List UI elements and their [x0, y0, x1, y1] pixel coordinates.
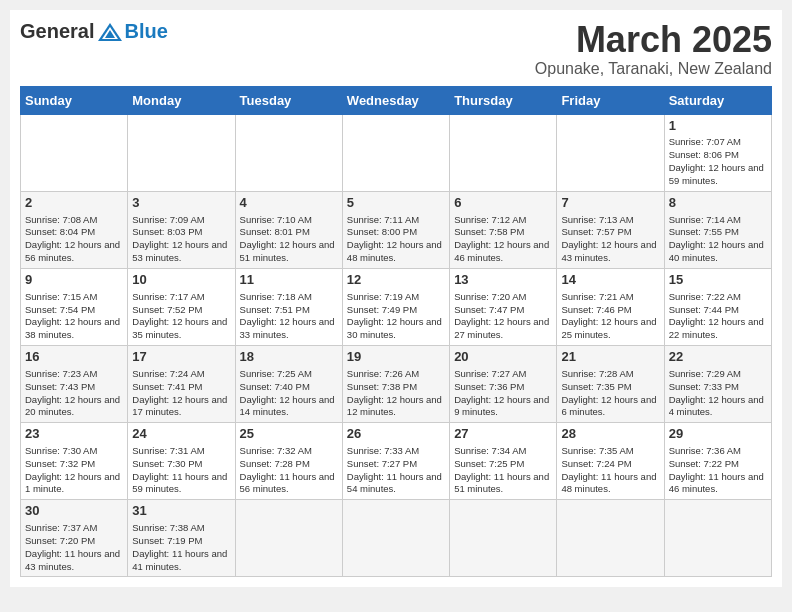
calendar-container: General Blue March 2025 Opunake, Taranak…	[10, 10, 782, 587]
calendar-cell	[557, 114, 664, 191]
header-friday: Friday	[557, 86, 664, 114]
calendar-cell: 5Sunrise: 7:11 AM Sunset: 8:00 PM Daylig…	[342, 191, 449, 268]
calendar-cell	[450, 500, 557, 577]
calendar-cell	[21, 114, 128, 191]
day-info: Sunrise: 7:21 AM Sunset: 7:46 PM Dayligh…	[561, 291, 659, 342]
day-info: Sunrise: 7:08 AM Sunset: 8:04 PM Dayligh…	[25, 214, 123, 265]
day-info: Sunrise: 7:23 AM Sunset: 7:43 PM Dayligh…	[25, 368, 123, 419]
day-number: 27	[454, 426, 552, 443]
calendar-cell: 11Sunrise: 7:18 AM Sunset: 7:51 PM Dayli…	[235, 268, 342, 345]
calendar-cell: 27Sunrise: 7:34 AM Sunset: 7:25 PM Dayli…	[450, 423, 557, 500]
calendar-week-6: 30Sunrise: 7:37 AM Sunset: 7:20 PM Dayli…	[21, 500, 772, 577]
day-number: 5	[347, 195, 445, 212]
day-number: 1	[669, 118, 767, 135]
calendar-week-4: 16Sunrise: 7:23 AM Sunset: 7:43 PM Dayli…	[21, 346, 772, 423]
day-number: 6	[454, 195, 552, 212]
day-number: 19	[347, 349, 445, 366]
calendar-cell: 10Sunrise: 7:17 AM Sunset: 7:52 PM Dayli…	[128, 268, 235, 345]
logo-text: General Blue	[20, 20, 168, 43]
day-number: 26	[347, 426, 445, 443]
calendar-week-1: 1Sunrise: 7:07 AM Sunset: 8:06 PM Daylig…	[21, 114, 772, 191]
day-number: 31	[132, 503, 230, 520]
calendar-cell: 7Sunrise: 7:13 AM Sunset: 7:57 PM Daylig…	[557, 191, 664, 268]
logo-blue-text: Blue	[124, 20, 167, 43]
header-wednesday: Wednesday	[342, 86, 449, 114]
month-title: March 2025	[535, 20, 772, 60]
calendar-cell: 1Sunrise: 7:07 AM Sunset: 8:06 PM Daylig…	[664, 114, 771, 191]
day-info: Sunrise: 7:12 AM Sunset: 7:58 PM Dayligh…	[454, 214, 552, 265]
day-info: Sunrise: 7:25 AM Sunset: 7:40 PM Dayligh…	[240, 368, 338, 419]
day-info: Sunrise: 7:17 AM Sunset: 7:52 PM Dayligh…	[132, 291, 230, 342]
calendar-cell: 26Sunrise: 7:33 AM Sunset: 7:27 PM Dayli…	[342, 423, 449, 500]
calendar-cell: 24Sunrise: 7:31 AM Sunset: 7:30 PM Dayli…	[128, 423, 235, 500]
calendar-week-3: 9Sunrise: 7:15 AM Sunset: 7:54 PM Daylig…	[21, 268, 772, 345]
day-info: Sunrise: 7:09 AM Sunset: 8:03 PM Dayligh…	[132, 214, 230, 265]
calendar-cell: 4Sunrise: 7:10 AM Sunset: 8:01 PM Daylig…	[235, 191, 342, 268]
day-number: 4	[240, 195, 338, 212]
logo-area: General Blue	[20, 20, 168, 43]
day-number: 14	[561, 272, 659, 289]
day-number: 2	[25, 195, 123, 212]
day-info: Sunrise: 7:30 AM Sunset: 7:32 PM Dayligh…	[25, 445, 123, 496]
calendar-cell: 3Sunrise: 7:09 AM Sunset: 8:03 PM Daylig…	[128, 191, 235, 268]
day-info: Sunrise: 7:14 AM Sunset: 7:55 PM Dayligh…	[669, 214, 767, 265]
day-info: Sunrise: 7:38 AM Sunset: 7:19 PM Dayligh…	[132, 522, 230, 573]
calendar-cell: 15Sunrise: 7:22 AM Sunset: 7:44 PM Dayli…	[664, 268, 771, 345]
calendar-cell	[235, 500, 342, 577]
day-number: 25	[240, 426, 338, 443]
day-number: 12	[347, 272, 445, 289]
header-sunday: Sunday	[21, 86, 128, 114]
day-number: 13	[454, 272, 552, 289]
day-info: Sunrise: 7:35 AM Sunset: 7:24 PM Dayligh…	[561, 445, 659, 496]
calendar-cell	[235, 114, 342, 191]
header-saturday: Saturday	[664, 86, 771, 114]
title-area: March 2025 Opunake, Taranaki, New Zealan…	[535, 20, 772, 78]
day-number: 17	[132, 349, 230, 366]
day-info: Sunrise: 7:10 AM Sunset: 8:01 PM Dayligh…	[240, 214, 338, 265]
day-number: 10	[132, 272, 230, 289]
header-section: General Blue March 2025 Opunake, Taranak…	[20, 20, 772, 78]
day-number: 22	[669, 349, 767, 366]
calendar-cell: 28Sunrise: 7:35 AM Sunset: 7:24 PM Dayli…	[557, 423, 664, 500]
calendar-cell: 8Sunrise: 7:14 AM Sunset: 7:55 PM Daylig…	[664, 191, 771, 268]
day-info: Sunrise: 7:07 AM Sunset: 8:06 PM Dayligh…	[669, 136, 767, 187]
day-number: 30	[25, 503, 123, 520]
day-info: Sunrise: 7:20 AM Sunset: 7:47 PM Dayligh…	[454, 291, 552, 342]
day-info: Sunrise: 7:37 AM Sunset: 7:20 PM Dayligh…	[25, 522, 123, 573]
day-info: Sunrise: 7:19 AM Sunset: 7:49 PM Dayligh…	[347, 291, 445, 342]
calendar-cell: 21Sunrise: 7:28 AM Sunset: 7:35 PM Dayli…	[557, 346, 664, 423]
calendar-cell	[342, 500, 449, 577]
day-number: 3	[132, 195, 230, 212]
calendar-cell: 9Sunrise: 7:15 AM Sunset: 7:54 PM Daylig…	[21, 268, 128, 345]
header-tuesday: Tuesday	[235, 86, 342, 114]
day-info: Sunrise: 7:27 AM Sunset: 7:36 PM Dayligh…	[454, 368, 552, 419]
day-number: 15	[669, 272, 767, 289]
day-info: Sunrise: 7:15 AM Sunset: 7:54 PM Dayligh…	[25, 291, 123, 342]
day-info: Sunrise: 7:28 AM Sunset: 7:35 PM Dayligh…	[561, 368, 659, 419]
day-number: 11	[240, 272, 338, 289]
calendar-cell: 25Sunrise: 7:32 AM Sunset: 7:28 PM Dayli…	[235, 423, 342, 500]
calendar-week-2: 2Sunrise: 7:08 AM Sunset: 8:04 PM Daylig…	[21, 191, 772, 268]
day-number: 16	[25, 349, 123, 366]
calendar-cell: 30Sunrise: 7:37 AM Sunset: 7:20 PM Dayli…	[21, 500, 128, 577]
day-info: Sunrise: 7:32 AM Sunset: 7:28 PM Dayligh…	[240, 445, 338, 496]
calendar-week-5: 23Sunrise: 7:30 AM Sunset: 7:32 PM Dayli…	[21, 423, 772, 500]
calendar-cell: 14Sunrise: 7:21 AM Sunset: 7:46 PM Dayli…	[557, 268, 664, 345]
calendar-cell: 2Sunrise: 7:08 AM Sunset: 8:04 PM Daylig…	[21, 191, 128, 268]
day-info: Sunrise: 7:29 AM Sunset: 7:33 PM Dayligh…	[669, 368, 767, 419]
day-number: 28	[561, 426, 659, 443]
calendar-cell	[664, 500, 771, 577]
day-number: 21	[561, 349, 659, 366]
day-info: Sunrise: 7:11 AM Sunset: 8:00 PM Dayligh…	[347, 214, 445, 265]
day-number: 8	[669, 195, 767, 212]
day-number: 7	[561, 195, 659, 212]
calendar-cell: 13Sunrise: 7:20 AM Sunset: 7:47 PM Dayli…	[450, 268, 557, 345]
calendar-cell: 12Sunrise: 7:19 AM Sunset: 7:49 PM Dayli…	[342, 268, 449, 345]
header-thursday: Thursday	[450, 86, 557, 114]
calendar-cell: 22Sunrise: 7:29 AM Sunset: 7:33 PM Dayli…	[664, 346, 771, 423]
day-info: Sunrise: 7:26 AM Sunset: 7:38 PM Dayligh…	[347, 368, 445, 419]
calendar-cell	[557, 500, 664, 577]
calendar-grid: Sunday Monday Tuesday Wednesday Thursday…	[20, 86, 772, 578]
weekday-header-row: Sunday Monday Tuesday Wednesday Thursday…	[21, 86, 772, 114]
day-info: Sunrise: 7:31 AM Sunset: 7:30 PM Dayligh…	[132, 445, 230, 496]
